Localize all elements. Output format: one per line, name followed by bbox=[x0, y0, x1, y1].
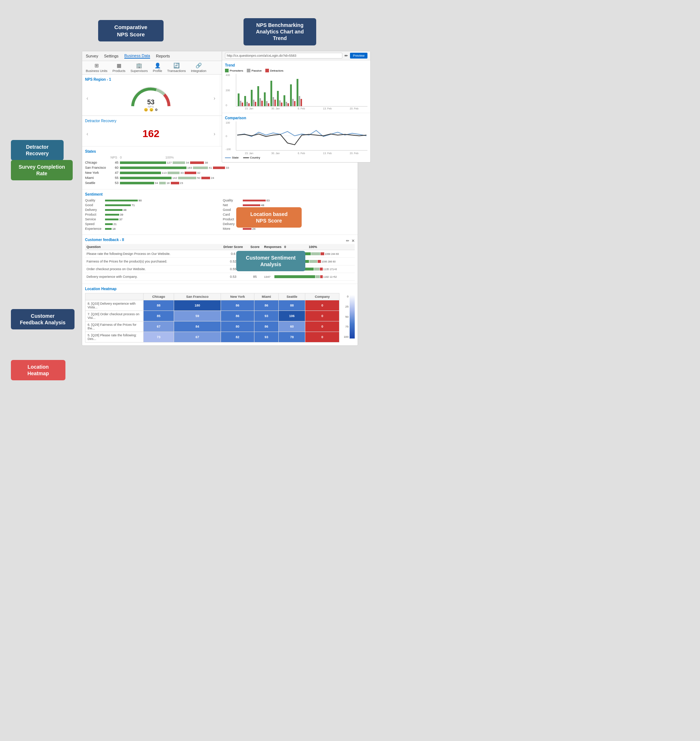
bar-group-5 bbox=[264, 92, 269, 106]
heatmap-r3-chicago: 67 bbox=[144, 321, 174, 332]
state-miami-name: Miami bbox=[85, 176, 110, 180]
feedback-close-icon[interactable]: ✕ bbox=[351, 239, 355, 243]
nav-survey[interactable]: Survey bbox=[86, 54, 98, 58]
heatmap-col-sf: San Francisco bbox=[174, 293, 221, 301]
sentiment-columns: Quality 90 Good 71 Del bbox=[85, 199, 355, 231]
nav-icon-products[interactable]: ▦ Products bbox=[113, 63, 126, 73]
state-row-seattle: Seattle 53 94 18 23 bbox=[85, 181, 355, 185]
state-line-icon bbox=[225, 158, 231, 158]
state-sf-bars: 183 41 33 bbox=[120, 166, 355, 169]
bar-group-10 bbox=[297, 79, 302, 106]
state-seattle-bars: 94 18 23 bbox=[120, 181, 355, 185]
heatmap-table: Chicago San Francisco New York Miami Sea… bbox=[85, 293, 340, 343]
frow4-score: 85 bbox=[246, 275, 264, 278]
comparison-legend: State Country bbox=[225, 156, 368, 159]
heatmap-r2-chicago: 85 bbox=[144, 311, 174, 321]
detractor-next[interactable]: › bbox=[214, 131, 216, 137]
region-1-prev[interactable]: ‹ bbox=[87, 95, 88, 101]
bar-passive bbox=[173, 161, 185, 164]
bar-detractor bbox=[201, 177, 210, 179]
heatmap-r3-sf: 84 bbox=[174, 321, 221, 332]
nav-icon-integration[interactable]: 🔗 Integration bbox=[191, 63, 206, 73]
heatmap-r3-miami: 86 bbox=[254, 321, 279, 332]
sent-speed-green: Speed 21 bbox=[85, 222, 217, 226]
nav-business-data[interactable]: Business Data bbox=[124, 53, 150, 59]
comparative-nps-text: Comparative NPS Score bbox=[115, 24, 147, 37]
bar-passive bbox=[159, 182, 166, 184]
frow4-question: Delivery experience with Company. bbox=[87, 275, 220, 278]
heatmap-r3-seattle: 60 bbox=[278, 321, 305, 332]
label-location-heatmap: Location Heatmap bbox=[11, 360, 65, 380]
state-miami-bars: 142 50 24 bbox=[120, 176, 355, 180]
detractor-recovery-box: Detractor Recovery ‹ 162 › bbox=[82, 116, 220, 146]
feedback-edit-icon[interactable]: ✏ bbox=[346, 239, 349, 243]
heatmap-row-3: 6. [Q29] Fairness of the Prices for the.… bbox=[85, 321, 340, 332]
bar-group-6 bbox=[271, 81, 276, 106]
preview-button[interactable]: Preview bbox=[350, 53, 368, 59]
state-chicago-nps: 45 bbox=[110, 161, 119, 164]
nav-icon-profile[interactable]: 👤 Profile bbox=[153, 63, 162, 73]
comparison-line-chart bbox=[236, 121, 368, 150]
heatmap-row2-label: 7. [Q30] Order checkout process on Visi.… bbox=[85, 311, 144, 321]
location-nps-text: Location based NPS Score bbox=[250, 211, 288, 224]
bar-green bbox=[120, 172, 161, 174]
state-row-ny: New York 47 113 33 32 bbox=[85, 171, 355, 175]
heatmap-r1-ny: 86 bbox=[221, 301, 254, 311]
url-input[interactable] bbox=[225, 53, 343, 59]
state-row-miami: Miami 55 142 50 24 bbox=[85, 176, 355, 180]
feedback-row-2: Fairness of the Prices for the product(s… bbox=[85, 258, 355, 265]
bar-group-7 bbox=[277, 91, 282, 106]
region-1-next[interactable]: › bbox=[214, 95, 216, 101]
products-label: Products bbox=[113, 69, 126, 73]
nps-benchmarking-text: NPS Benchmarking Analytics Chart and Tre… bbox=[256, 22, 303, 41]
heatmap-r4-seattle: 78 bbox=[278, 332, 305, 343]
url-edit-icon[interactable]: ✏ bbox=[344, 53, 348, 58]
legend-promoters: Promoters bbox=[225, 69, 243, 72]
integration-label: Integration bbox=[191, 69, 206, 73]
frow3-question: Order checkout process on Our Website. bbox=[87, 267, 220, 271]
bar-green bbox=[120, 161, 166, 164]
detractor-prev[interactable]: ‹ bbox=[87, 131, 88, 137]
nav-settings[interactable]: Settings bbox=[104, 54, 119, 58]
frow2-question: Fairness of the Prices for the product(s… bbox=[87, 259, 220, 263]
state-ny-name: New York bbox=[85, 171, 110, 175]
url-bar: ✏ Preview bbox=[222, 51, 371, 60]
business-units-icon: ⊞ bbox=[94, 63, 99, 68]
nav-icon-supervisors[interactable]: 🏢 Supervisors bbox=[131, 63, 148, 73]
state-chicago-name: Chicago bbox=[85, 161, 110, 164]
detractor-nav: ‹ 162 › bbox=[85, 124, 217, 143]
sentiment-title: Sentiment bbox=[85, 192, 355, 196]
trend-bar-chart bbox=[236, 74, 368, 106]
detractor-recovery-text: Detractor Recovery bbox=[26, 144, 49, 156]
nav-reports[interactable]: Reports bbox=[156, 54, 170, 58]
sent-quality-red: Quality 63 bbox=[223, 199, 355, 202]
svg-text:NPS: NPS bbox=[148, 105, 154, 108]
frow4-resp: 1347 1182 11+52 bbox=[264, 274, 353, 279]
heatmap-col-ny: New York bbox=[221, 293, 254, 301]
sent-delivery-green: Delivery 48 bbox=[85, 208, 217, 212]
region-1-nav: ‹ 53 NPS 😊 😠 ⚙ bbox=[85, 84, 217, 112]
trend-x-labels: 23. Jan 30. Jan 6. Feb 13. Feb 20. Feb bbox=[236, 107, 368, 110]
cx-label-4: 13. Feb bbox=[323, 152, 332, 155]
heatmap-color-scale bbox=[350, 295, 355, 339]
cx-label-2: 30. Jan bbox=[272, 152, 280, 155]
nav-icon-business-units[interactable]: ⊞ Business Units bbox=[86, 63, 107, 73]
bar-group-4 bbox=[257, 86, 263, 106]
trend-legend: Promoters Passive Detractors bbox=[225, 69, 368, 72]
transactions-icon: 🔄 bbox=[174, 63, 179, 68]
heatmap-r4-ny: 82 bbox=[221, 332, 254, 343]
heatmap-row-4: 5. [Q28] Please rate the following: Des.… bbox=[85, 332, 340, 343]
heatmap-r2-seattle: 106 bbox=[278, 311, 305, 321]
heatmap-r4-company: 0 bbox=[305, 332, 340, 343]
survey-completion-text: Survey Completion Rate bbox=[19, 164, 65, 176]
heatmap-scale-container: 0 25 50 75 100 bbox=[344, 295, 355, 339]
state-ny-bars: 113 33 32 bbox=[120, 171, 355, 175]
bar-group-9 bbox=[290, 84, 296, 106]
trend-chart-container: 400 200 0 bbox=[236, 74, 368, 110]
cx-label-3: 6. Feb bbox=[298, 152, 305, 155]
nav-icon-transactions[interactable]: 🔄 Transactions bbox=[167, 63, 186, 73]
heatmap-col-miami: Miami bbox=[254, 293, 279, 301]
business-units-label: Business Units bbox=[86, 69, 107, 73]
heatmap-r4-sf: 67 bbox=[174, 332, 221, 343]
heatmap-row4-label: 5. [Q28] Please rate the following: Des.… bbox=[85, 332, 144, 343]
